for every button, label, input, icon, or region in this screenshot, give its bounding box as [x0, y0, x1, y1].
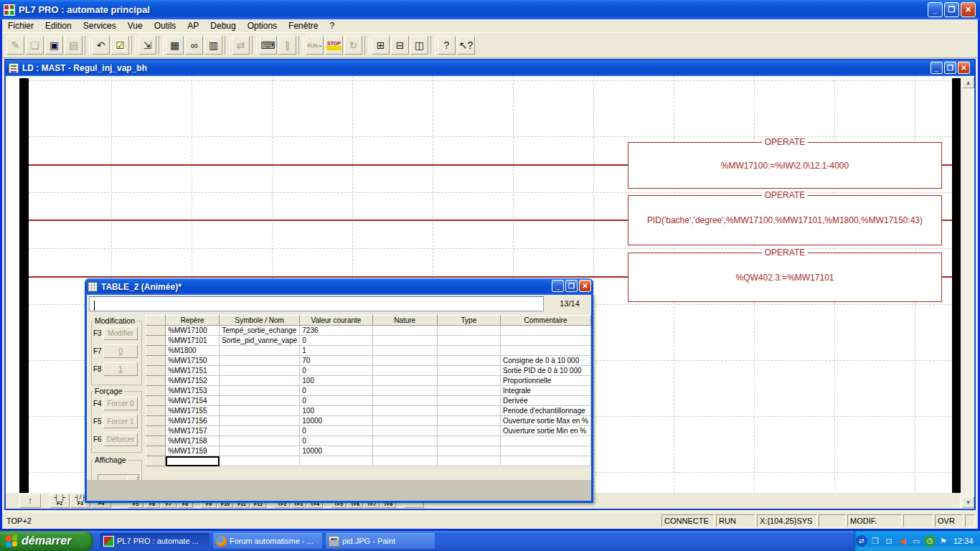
cell-nature[interactable]: [372, 446, 437, 456]
minimize-button[interactable]: _: [928, 2, 943, 17]
cell-type[interactable]: [437, 416, 500, 426]
cell-repere[interactable]: %MW17153: [166, 386, 220, 396]
cell-commentaire[interactable]: Integrale: [501, 386, 591, 396]
cell-symbole[interactable]: [220, 406, 300, 416]
cell-valeur[interactable]: 100: [300, 376, 372, 386]
ld-restore-button[interactable]: ❐: [944, 62, 956, 74]
cell-valeur[interactable]: 70: [300, 356, 372, 366]
cell-valeur[interactable]: 0: [300, 366, 372, 376]
cell-commentaire[interactable]: Ouverture sortie Min en %: [501, 426, 591, 436]
cell-valeur[interactable]: 0: [300, 426, 372, 436]
row-header-cell[interactable]: [146, 356, 166, 366]
value-entry-field[interactable]: [89, 296, 544, 311]
menu-item-1[interactable]: Edition: [39, 19, 77, 32]
row-header-cell[interactable]: [146, 396, 166, 406]
cell-symbole[interactable]: [220, 426, 300, 436]
ld-vertical-scrollbar[interactable]: ▲ ▼: [961, 77, 974, 508]
network-icon[interactable]: ❒: [870, 535, 881, 547]
cell-type[interactable]: [437, 436, 500, 446]
cell-commentaire[interactable]: [501, 446, 591, 456]
row-header-cell[interactable]: [146, 426, 166, 436]
cell-type[interactable]: [437, 426, 500, 436]
cell-valeur[interactable]: 7236: [300, 326, 372, 336]
cell-repere[interactable]: %MW17159: [166, 446, 220, 456]
cell-valeur[interactable]: 100: [300, 406, 372, 416]
operate-block-1[interactable]: OPERATE %MW17100:=%IW\2.0\12.1-4000: [628, 142, 942, 189]
cell-type[interactable]: [437, 356, 500, 366]
stop-icon[interactable]: STOP: [325, 36, 343, 55]
scroll-down-icon[interactable]: ▼: [962, 496, 974, 508]
menu-item-3[interactable]: Vue: [122, 19, 149, 32]
cell-repere[interactable]: %MW17158: [166, 436, 220, 446]
cell-repere[interactable]: %M1800: [166, 346, 220, 356]
cell-nature[interactable]: [372, 406, 437, 416]
connect-icon[interactable]: ⌨: [259, 36, 277, 55]
cell-repere[interactable]: %MW17152: [166, 376, 220, 386]
row-header-cell[interactable]: [146, 336, 166, 346]
flag-icon[interactable]: ⚑: [938, 535, 949, 547]
cell-repere[interactable]: [166, 456, 220, 466]
row-header-cell[interactable]: [146, 416, 166, 426]
cell-commentaire[interactable]: Consigne de 0 à 10 000: [501, 356, 591, 366]
row-header-cell[interactable]: [146, 386, 166, 396]
cascade-windows-icon[interactable]: ⊞: [372, 36, 390, 55]
taskbar-task-1[interactable]: Forum automatisme - ...: [213, 533, 322, 549]
dialog-close-button[interactable]: ✕: [579, 280, 591, 292]
cell-symbole[interactable]: [220, 416, 300, 426]
cell-type[interactable]: [437, 386, 500, 396]
library-icon[interactable]: ▥: [204, 36, 222, 55]
row-header-cell[interactable]: [146, 456, 166, 466]
menu-item-9[interactable]: ?: [324, 19, 340, 32]
cell-symbole[interactable]: [220, 446, 300, 456]
cell-type[interactable]: [437, 446, 500, 456]
cell-symbole[interactable]: [220, 346, 300, 356]
cell-repere[interactable]: %MW17155: [166, 406, 220, 416]
cell-nature[interactable]: [372, 456, 437, 466]
cell-type[interactable]: [437, 366, 500, 376]
cell-symbole[interactable]: [220, 356, 300, 366]
column-header-5[interactable]: Commentaire: [501, 316, 591, 326]
column-header-2[interactable]: Valeur courante: [300, 316, 372, 326]
operate-block-3[interactable]: OPERATE %QW402.3:=%MW17101: [628, 253, 942, 302]
cell-commentaire[interactable]: Periode d'echantillonnage: [501, 406, 591, 416]
cell-valeur[interactable]: 0: [300, 386, 372, 396]
cell-commentaire[interactable]: [501, 346, 591, 356]
cell-commentaire[interactable]: [501, 456, 591, 466]
row-header-cell[interactable]: [146, 326, 166, 336]
cell-valeur[interactable]: [300, 456, 372, 466]
cell-commentaire[interactable]: Derivée: [501, 396, 591, 406]
ld-titlebar[interactable]: LD : MAST - Regul_inj_vap_bh _ ❐ ✕: [6, 60, 974, 76]
scroll-up-icon[interactable]: ▲: [962, 77, 974, 88]
cell-nature[interactable]: [372, 386, 437, 396]
column-header-0[interactable]: Repère: [166, 316, 220, 326]
cell-commentaire[interactable]: [501, 436, 591, 446]
cell-commentaire[interactable]: Proportionnelle: [501, 376, 591, 386]
cell-symbole[interactable]: [220, 376, 300, 386]
close-button[interactable]: ✕: [961, 2, 976, 17]
cell-nature[interactable]: [372, 426, 437, 436]
cell-commentaire[interactable]: Ouverture sortie Max en %: [501, 416, 591, 426]
cell-valeur[interactable]: 0: [300, 396, 372, 406]
start-button[interactable]: démarrer: [0, 531, 93, 551]
cell-commentaire[interactable]: [501, 326, 591, 336]
cell-repere[interactable]: %MW17154: [166, 396, 220, 406]
set-1-button[interactable]: 1: [103, 362, 138, 376]
remote-desktop-icon[interactable]: ⊡: [883, 535, 895, 547]
set-0-button[interactable]: 0: [103, 344, 138, 358]
volume-icon[interactable]: ◀: [897, 535, 908, 547]
cell-repere[interactable]: %MW17150: [166, 356, 220, 366]
cell-commentaire[interactable]: [501, 336, 591, 346]
cell-nature[interactable]: [372, 416, 437, 426]
antivirus-icon[interactable]: ◷: [924, 535, 936, 547]
cell-repere[interactable]: %MW17157: [166, 426, 220, 436]
animation-table-icon[interactable]: ▦: [166, 36, 184, 55]
cell-type[interactable]: [437, 456, 500, 466]
cell-valeur[interactable]: 10000: [300, 446, 372, 456]
cell-symbole[interactable]: [220, 386, 300, 396]
menu-item-5[interactable]: AP: [182, 19, 204, 32]
ld-minimize-button[interactable]: _: [930, 62, 943, 74]
cell-repere[interactable]: %MW17101: [166, 336, 220, 346]
row-header-cell[interactable]: [146, 376, 166, 386]
cell-nature[interactable]: [372, 396, 437, 406]
cell-type[interactable]: [437, 376, 500, 386]
